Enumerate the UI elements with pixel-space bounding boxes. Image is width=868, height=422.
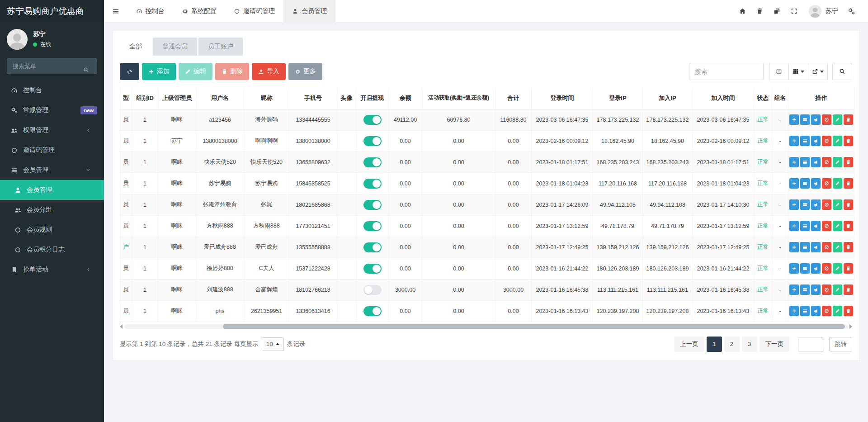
deduct-button[interactable]: [800, 199, 810, 210]
sidebar-item-邀请码管理[interactable]: 邀请码管理: [0, 140, 104, 160]
table-row[interactable]: 员1啊眯苏宁易购苏宁易购158453585250.000.000.002023-…: [120, 173, 854, 194]
delete-row-button[interactable]: [844, 114, 853, 125]
edit-row-button[interactable]: [833, 178, 842, 189]
table-search-input[interactable]: [689, 63, 764, 80]
sidebar-item-会员分组[interactable]: 会员分组: [0, 200, 104, 220]
table-row[interactable]: 员1啊眯a123456海外源码1334444555549112.0066976.…: [120, 109, 854, 130]
export-button[interactable]: [808, 63, 828, 80]
sidebar-item-会员管理[interactable]: 会员管理: [0, 180, 104, 200]
sidebar-item-抢单活动[interactable]: 抢单活动: [0, 260, 104, 280]
page-size-dropdown[interactable]: 10: [262, 337, 284, 351]
promote-button[interactable]: [811, 136, 821, 146]
deduct-button[interactable]: [800, 221, 810, 231]
delete-button[interactable]: 删除: [215, 63, 249, 80]
recharge-button[interactable]: [789, 284, 799, 295]
withdraw-toggle[interactable]: [363, 285, 382, 295]
scroll-right-arrow[interactable]: [849, 324, 852, 329]
refresh-button[interactable]: [120, 63, 139, 80]
sidebar-item-权限管理[interactable]: 权限管理: [0, 120, 104, 140]
table-row[interactable]: 员1啊眯phs2621359951133606134160.000.000.00…: [120, 300, 854, 322]
recharge-button[interactable]: [789, 114, 799, 125]
sidebar-item-常规管理[interactable]: 常规管理new: [0, 100, 104, 120]
table-row[interactable]: 员1啊眯徐婷婷888C夫人153712224280.000.000.002023…: [120, 258, 854, 279]
tab-普通会员[interactable]: 普通会员: [153, 38, 197, 56]
ban-button[interactable]: [822, 221, 831, 231]
scroll-left-arrow[interactable]: [120, 324, 123, 329]
sidebar-toggle-button[interactable]: [104, 0, 127, 23]
recharge-button[interactable]: [789, 306, 799, 316]
withdraw-toggle[interactable]: [363, 136, 382, 146]
settings-button[interactable]: [843, 0, 860, 23]
edit-row-button[interactable]: [833, 284, 842, 295]
deduct-button[interactable]: [800, 242, 810, 252]
horizontal-scrollbar[interactable]: [120, 324, 852, 329]
sidebar-item-控制台[interactable]: 控制台: [0, 81, 104, 100]
withdraw-toggle[interactable]: [363, 264, 382, 274]
sidebar-item-会员管理[interactable]: 会员管理: [0, 160, 104, 180]
prev-page-button[interactable]: 上一页: [674, 337, 704, 352]
topnav-item-系统配置[interactable]: 系统配置: [173, 0, 225, 23]
ban-button[interactable]: [822, 114, 831, 125]
sidebar-item-会员积分日志[interactable]: 会员积分日志: [0, 240, 104, 260]
promote-button[interactable]: [811, 221, 821, 231]
promote-button[interactable]: [811, 242, 821, 252]
import-button[interactable]: 导入: [252, 63, 286, 80]
ban-button[interactable]: [822, 242, 831, 252]
toggle-view-button[interactable]: [769, 63, 789, 80]
withdraw-toggle[interactable]: [363, 306, 382, 316]
withdraw-toggle[interactable]: [363, 157, 382, 167]
recharge-button[interactable]: [789, 263, 799, 274]
tab-员工账户[interactable]: 员工账户: [198, 38, 243, 56]
ban-button[interactable]: [822, 199, 831, 210]
promote-button[interactable]: [811, 157, 821, 167]
promote-button[interactable]: [811, 178, 821, 189]
next-page-button[interactable]: 下一页: [760, 337, 790, 352]
topnav-item-会员管理[interactable]: 会员管理: [283, 0, 335, 23]
edit-row-button[interactable]: [833, 221, 842, 231]
promote-button[interactable]: [811, 284, 821, 295]
table-row[interactable]: 户1啊眯爱已成舟888爱已成舟135555588880.000.000.0020…: [120, 237, 854, 258]
promote-button[interactable]: [811, 199, 821, 210]
topnav-item-邀请码管理[interactable]: 邀请码管理: [225, 0, 283, 23]
promote-button[interactable]: [811, 306, 821, 316]
page-button-1[interactable]: 1: [707, 337, 722, 352]
table-row[interactable]: 员1啊眯快乐天使520快乐天使520136558096320.000.000.0…: [120, 152, 854, 173]
topnav-item-控制台[interactable]: 控制台: [127, 0, 173, 23]
deduct-button[interactable]: [800, 284, 810, 295]
recharge-button[interactable]: [789, 221, 799, 231]
ban-button[interactable]: [822, 136, 831, 146]
deduct-button[interactable]: [800, 178, 810, 189]
withdraw-toggle[interactable]: [363, 200, 382, 210]
delete-row-button[interactable]: [844, 284, 853, 295]
ban-button[interactable]: [822, 306, 831, 316]
table-row[interactable]: 员1啊眯刘建波888合富辉煌181027662183000.000.003000…: [120, 279, 854, 300]
recharge-button[interactable]: [789, 242, 799, 252]
home-button[interactable]: [734, 0, 751, 23]
delete-row-button[interactable]: [844, 157, 853, 167]
fullscreen-button[interactable]: [785, 0, 802, 23]
table-row[interactable]: 员1啊眯方秋雨888方秋雨888177301214510.000.000.002…: [120, 215, 854, 237]
edit-button[interactable]: 编辑: [179, 63, 212, 80]
delete-row-button[interactable]: [844, 221, 853, 231]
ban-button[interactable]: [822, 157, 831, 167]
ban-button[interactable]: [822, 178, 831, 189]
trash-button[interactable]: [751, 0, 768, 23]
navbar-user[interactable]: 苏宁: [809, 5, 838, 18]
promote-button[interactable]: [811, 114, 821, 125]
jump-button[interactable]: 跳转: [829, 337, 852, 351]
clear-cache-button[interactable]: [768, 0, 785, 23]
withdraw-toggle[interactable]: [363, 179, 382, 189]
table-row[interactable]: 员1啊眯张淹潭州教育张浘180216858680.000.000.002023-…: [120, 194, 854, 215]
deduct-button[interactable]: [800, 114, 810, 125]
scrollbar-track[interactable]: [124, 324, 848, 329]
delete-row-button[interactable]: [844, 199, 853, 210]
withdraw-toggle[interactable]: [363, 221, 382, 231]
delete-row-button[interactable]: [844, 306, 853, 316]
edit-row-button[interactable]: [833, 136, 842, 146]
tab-全部[interactable]: 全部: [120, 38, 151, 56]
delete-row-button[interactable]: [844, 263, 853, 274]
search-toggle-button[interactable]: [832, 63, 852, 80]
deduct-button[interactable]: [800, 306, 810, 316]
delete-row-button[interactable]: [844, 178, 853, 189]
jump-page-input[interactable]: [798, 337, 824, 351]
